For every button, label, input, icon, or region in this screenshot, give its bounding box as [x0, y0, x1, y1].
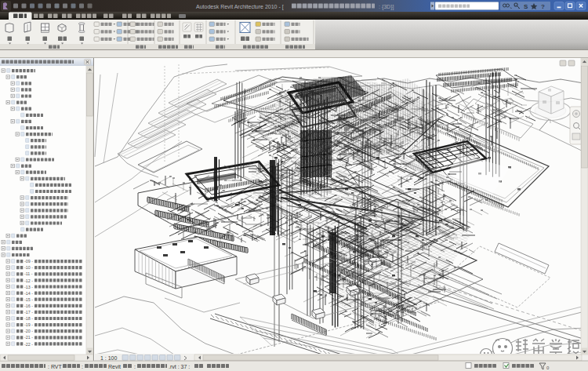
svg-text:-14 -: -14 - — [24, 291, 33, 296]
svg-text:-09 -: -09 - — [24, 259, 33, 264]
svg-text:-12 -: -12 - — [24, 278, 33, 283]
svg-text:-10 -: -10 - — [24, 265, 33, 270]
svg-text:-16 -: -16 - — [24, 304, 33, 308]
svg-text:: {3D}]: : {3D}] — [379, 4, 394, 10]
svg-text:?: ? — [541, 3, 545, 10]
svg-text:: RVT: : RVT — [48, 364, 62, 369]
svg-text:-13 -: -13 - — [24, 285, 33, 289]
svg-text:-22 -: -22 - — [24, 342, 33, 347]
svg-text:Revit: Revit — [108, 364, 121, 369]
svg-text:-20 -: -20 - — [24, 329, 33, 333]
svg-text:-17 -: -17 - — [24, 310, 33, 315]
svg-text:1 : 100: 1 : 100 — [100, 355, 118, 361]
svg-text:-15 -: -15 - — [24, 297, 33, 302]
svg-text::: : — [134, 364, 136, 369]
svg-text::: : — [82, 364, 83, 369]
svg-text:-18 -: -18 - — [24, 316, 33, 321]
svg-text:-11 -: -11 - — [24, 271, 33, 276]
svg-text:-19 -: -19 - — [24, 322, 33, 327]
svg-text:S: S — [524, 3, 528, 10]
svg-text:Autodesk Revit Architecture 20: Autodesk Revit Architecture 2010 - [ — [196, 4, 284, 10]
svg-text:.rvt : 37 :: .rvt : 37 : — [169, 364, 190, 369]
svg-text:-21 -: -21 - — [24, 335, 33, 340]
